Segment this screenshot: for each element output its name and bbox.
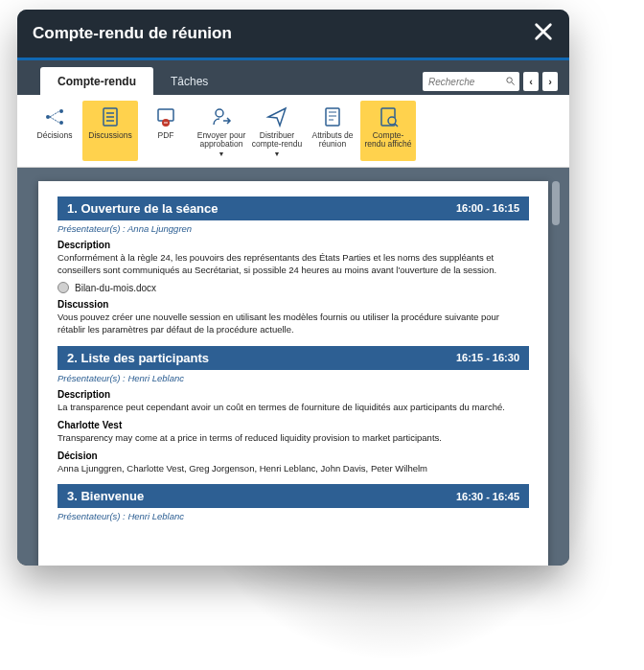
- decisions-icon: [43, 104, 66, 129]
- search-input[interactable]: [428, 77, 505, 87]
- tool-label: Décisions: [37, 131, 73, 140]
- section-title: 1. Ouverture de la séance: [67, 201, 218, 216]
- tool-displayed-report[interactable]: Compte-rendu affiché: [360, 101, 416, 161]
- prev-button[interactable]: ‹: [523, 72, 539, 91]
- description-text: La transparence peut cependant avoir un …: [58, 402, 529, 414]
- svg-rect-8: [326, 108, 339, 126]
- search-box[interactable]: [423, 72, 519, 91]
- tool-label: Envoyer pour approbation: [196, 131, 247, 150]
- presenter-line: Présentateur(s) : Henri Leblanc: [58, 373, 529, 383]
- tool-discussions[interactable]: Discussions: [82, 101, 138, 161]
- section-1: 1. Ouverture de la séance 16:00 - 16:15 …: [58, 196, 529, 336]
- send-approval-icon: [210, 104, 233, 129]
- sub-label: Charlotte Vest: [58, 420, 529, 430]
- attachment-icon: [58, 282, 69, 293]
- presenter-line: Présentateur(s) : Anna Ljunggren: [58, 223, 529, 234]
- scrollbar[interactable]: [550, 181, 560, 566]
- app-window: Compte-rendu de réunion Compte-rendu Tâc…: [17, 10, 569, 566]
- section-time: 16:30 - 16:45: [456, 491, 519, 502]
- close-icon[interactable]: [533, 21, 554, 46]
- presenter-line: Présentateur(s) : Henri Leblanc: [58, 511, 529, 521]
- tool-pdf[interactable]: PDF: [138, 101, 194, 161]
- attachment-row[interactable]: Bilan-du-mois.docx: [58, 282, 529, 293]
- decision-text: Anna Ljunggren, Charlotte Vest, Greg Jor…: [58, 463, 529, 475]
- next-button[interactable]: ›: [542, 72, 558, 91]
- scroll-thumb[interactable]: [552, 181, 560, 225]
- svg-point-7: [216, 109, 223, 117]
- tool-label: Compte-rendu affiché: [362, 131, 414, 150]
- window-title: Compte-rendu de réunion: [33, 24, 232, 43]
- svg-point-3: [59, 121, 63, 125]
- description-label: Description: [58, 240, 529, 250]
- chevron-down-icon: ▼: [218, 150, 225, 157]
- pdf-icon: [154, 104, 177, 129]
- section-time: 16:15 - 16:30: [456, 352, 519, 363]
- svg-point-2: [59, 109, 63, 113]
- title-bar: Compte-rendu de réunion: [17, 10, 569, 58]
- tool-label: Attributs de réunion: [307, 131, 358, 150]
- svg-point-1: [46, 115, 50, 119]
- section-3: 3. Bienvenue 16:30 - 16:45 Présentateur(…: [58, 484, 529, 521]
- tool-send-approval[interactable]: Envoyer pour approbation ▼: [194, 101, 249, 161]
- svg-point-0: [507, 77, 513, 82]
- decision-label: Décision: [58, 451, 529, 461]
- section-title: 3. Bienvenue: [67, 489, 144, 503]
- section-title: 2. Liste des participants: [67, 351, 209, 365]
- tool-attributes[interactable]: Attributs de réunion: [305, 101, 360, 161]
- tool-label: Discussions: [88, 131, 131, 140]
- tab-taches[interactable]: Tâches: [153, 67, 225, 96]
- toolbar: Décisions Discussions PDF Envoyer pour a…: [17, 95, 569, 168]
- tab-compte-rendu[interactable]: Compte-rendu: [40, 67, 153, 96]
- discussion-text: Vous pouvez créer une nouvelle session e…: [58, 312, 529, 336]
- chevron-down-icon: ▼: [274, 150, 281, 157]
- svg-point-10: [388, 117, 396, 125]
- description-text: Conformément à la règle 24, les pouvoirs…: [58, 252, 529, 277]
- discussion-label: Discussion: [58, 299, 529, 310]
- tool-label: PDF: [158, 131, 174, 140]
- displayed-report-icon: [377, 104, 400, 129]
- search-icon[interactable]: [505, 76, 516, 88]
- discussions-icon: [99, 104, 122, 129]
- section-2: 2. Liste des participants 16:15 - 16:30 …: [58, 346, 529, 474]
- attributes-icon: [321, 104, 344, 129]
- section-header: 3. Bienvenue 16:30 - 16:45: [58, 484, 529, 508]
- section-header: 1. Ouverture de la séance 16:00 - 16:15: [58, 196, 529, 220]
- sub-text: Transparency may come at a price in term…: [58, 432, 529, 445]
- tab-bar: Compte-rendu Tâches ‹ ›: [17, 60, 569, 95]
- tool-distribute[interactable]: Distribuer compte-rendu ▼: [249, 101, 305, 161]
- description-label: Description: [58, 389, 529, 400]
- document-area: 1. Ouverture de la séance 16:00 - 16:15 …: [17, 168, 569, 566]
- tool-label: Distribuer compte-rendu: [251, 131, 303, 150]
- distribute-icon: [265, 104, 288, 129]
- document-page: 1. Ouverture de la séance 16:00 - 16:15 …: [38, 181, 548, 566]
- attachment-name: Bilan-du-mois.docx: [75, 283, 156, 293]
- section-header: 2. Liste des participants 16:15 - 16:30: [58, 346, 529, 370]
- tool-decisions[interactable]: Décisions: [27, 101, 82, 161]
- section-time: 16:00 - 16:15: [456, 202, 519, 214]
